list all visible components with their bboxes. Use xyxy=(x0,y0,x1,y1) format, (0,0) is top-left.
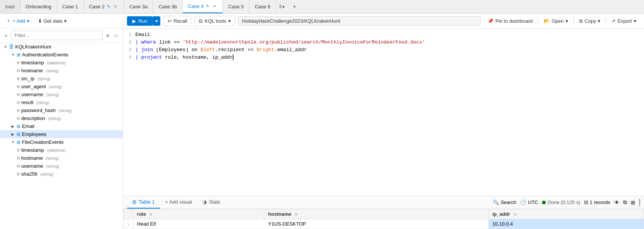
tree-col-fc-timestamp[interactable]: ⊞ timestamp (datetime) xyxy=(0,146,123,154)
tree-col-fc-username[interactable]: ⊞ username (string) xyxy=(0,162,123,170)
line-content-4: | project role, hostname, ip_addr xyxy=(135,55,644,60)
results-tabs-bar: ⊞ Table 1 + Add visual ◑ Stats 🔍 Search xyxy=(123,196,644,209)
tab-case4-close[interactable]: ✕ xyxy=(212,3,217,9)
records-icon: ⊟ xyxy=(584,199,588,205)
add-chevron-icon: ▾ xyxy=(27,18,30,24)
tab-overflow[interactable]: 9 ▾ xyxy=(276,0,288,13)
utc-button[interactable]: 🕐 UTC xyxy=(520,199,538,205)
tab-case3a[interactable]: Case 3a xyxy=(124,0,153,13)
tree-col-description[interactable]: ⊞ description (string) xyxy=(0,114,123,122)
col-fc-timestamp-label: timestamp xyxy=(21,147,44,153)
col-fc-username-type: (string) xyxy=(46,164,59,168)
add-button[interactable]: ＋ + Add ▾ xyxy=(3,16,33,26)
tab-overflow-count: 9 xyxy=(279,4,282,9)
get-data-button[interactable]: ⬇ Get data ▾ xyxy=(35,17,70,25)
sidebar-collapse-button[interactable]: « xyxy=(3,31,9,40)
tab-case4[interactable]: Case 4 ✎ ✕ xyxy=(183,0,223,13)
auth-table-icon: ⊞ xyxy=(17,52,20,58)
result-tab-stats[interactable]: ◑ Stats xyxy=(197,196,226,209)
main-layout: ＋ + Add ▾ ⬇ Get data ▾ « ≡ ☆ ▾ 🗄 KQLKrak… xyxy=(0,14,644,229)
tree-col-src-ip[interactable]: ⊞ src_ip (string) xyxy=(0,75,123,83)
result-tab-stats-label: Stats xyxy=(209,199,220,205)
tab-add-button[interactable]: ＋ xyxy=(288,0,301,13)
tab-load[interactable]: load xyxy=(0,0,20,13)
col-header-ip-addr[interactable]: ip_addr ≡ xyxy=(488,209,644,219)
file-creation-expand-icon: ▾ xyxy=(11,140,15,144)
tree-col-username[interactable]: ⊞ username (string) xyxy=(0,90,123,98)
filter-list-icon[interactable]: ≡ xyxy=(105,31,110,40)
editor-toolbar: ▶ Run ▾ ↩ Recall ⊟ KQL tools ▾ HolidayHa… xyxy=(123,14,644,29)
result-tab-add-visual[interactable]: + Add visual xyxy=(160,196,197,209)
col-header-role[interactable]: role ≡ xyxy=(133,209,264,219)
tree-root[interactable]: ▾ 🗄 KQLKrakenHunt xyxy=(0,43,123,51)
col-icon-fc-hostname: ⊞ xyxy=(17,156,20,160)
col-role-menu-icon[interactable]: ≡ xyxy=(150,212,152,217)
tab-case3b-label: Case 3b xyxy=(158,4,177,9)
col-header-hostname[interactable]: hostname ≡ xyxy=(264,209,489,219)
code-line-1: 1 Email xyxy=(123,32,644,39)
results-eye-button[interactable]: 👁 xyxy=(614,199,619,206)
tab-case2-label: Case 2 xyxy=(89,4,105,9)
col-hostname-menu-icon[interactable]: ≡ xyxy=(295,212,297,217)
tab-case3b[interactable]: Case 3b xyxy=(153,0,182,13)
tree-auth-events[interactable]: ▾ ⊞ AuthenticationEvents xyxy=(0,51,123,59)
run-dropdown-button[interactable]: ▾ xyxy=(153,16,160,26)
get-data-chevron-icon: ▾ xyxy=(64,18,67,24)
run-button[interactable]: ▶ Run xyxy=(127,16,153,26)
col-icon-hostname: ⊞ xyxy=(17,69,20,73)
results-export-button[interactable]: ⊞ xyxy=(631,199,635,206)
auth-label: AuthenticationEvents xyxy=(22,52,68,58)
tab-case5[interactable]: Case 5 xyxy=(223,0,249,13)
col-ip-addr-menu-icon[interactable]: ≡ xyxy=(514,212,516,217)
col-fc-hostname-label: hostname xyxy=(21,155,43,161)
col-user-agent-type: (string) xyxy=(49,84,62,89)
export-button[interactable]: ↗ Export ▾ xyxy=(608,16,640,26)
col-icon-result: ⊞ xyxy=(17,100,20,104)
col-icon-username: ⊞ xyxy=(17,92,20,97)
results-panel: ⊞ Table 1 + Add visual ◑ Stats 🔍 Search xyxy=(123,196,644,229)
tab-case2[interactable]: Case 2 ✎ ✕ xyxy=(84,0,124,13)
pin-to-dashboard-button[interactable]: 📌 Pin to dashboard xyxy=(484,16,536,26)
recall-button[interactable]: ↩ Recall xyxy=(163,16,191,26)
code-editor[interactable]: 1 Email 2 | where link == 'http://madelv… xyxy=(123,29,644,196)
toolbar-right: 📌 Pin to dashboard 📂 Open ▾ ⧉ Copy ▾ xyxy=(484,16,640,26)
tree-col-password-hash[interactable]: ⊞ password_hash (string) xyxy=(0,106,123,114)
search-results-button[interactable]: 🔍 Search xyxy=(493,199,516,205)
records-button[interactable]: ⊟ 1 records xyxy=(584,199,610,205)
tree-employees[interactable]: ▶ ⊞ Employees xyxy=(0,130,123,138)
tree-col-fc-sha256[interactable]: ⊞ sha256 (string) xyxy=(0,170,123,178)
col-hostname-label: hostname xyxy=(268,211,291,217)
tab-case6[interactable]: Case 6 xyxy=(249,0,276,13)
tab-case1[interactable]: Case 1 xyxy=(57,0,84,13)
editor-area: ▶ Run ▾ ↩ Recall ⊟ KQL tools ▾ HolidayHa… xyxy=(123,14,644,229)
tree-col-result[interactable]: ⊞ result (string) xyxy=(0,98,123,106)
col-fc-username-label: username xyxy=(21,163,43,169)
kql-tools-button[interactable]: ⊟ KQL tools ▾ xyxy=(194,16,235,26)
copy-button[interactable]: ⧉ Copy ▾ xyxy=(575,16,604,26)
col-src-ip-label: src_ip xyxy=(21,76,34,81)
kql-tools-label: KQL tools xyxy=(205,18,226,24)
tab-case2-close[interactable]: ✕ xyxy=(113,4,118,9)
row-expand[interactable]: › xyxy=(124,219,133,229)
tree-col-timestamp[interactable]: ⊞ timestamp (datetime) xyxy=(0,59,123,67)
filter-input[interactable] xyxy=(11,31,102,40)
results-copy-button[interactable]: ⧉ xyxy=(623,199,627,206)
plus-icon: ＋ xyxy=(6,17,11,24)
tree-col-fc-hostname[interactable]: ⊞ hostname (string) xyxy=(0,154,123,162)
col-ip-addr-label: ip_addr xyxy=(492,211,510,217)
filter-star-icon[interactable]: ☆ xyxy=(113,31,120,40)
toolbar-divider-1 xyxy=(538,17,538,25)
get-data-label: Get data xyxy=(44,18,63,24)
tree-email[interactable]: ▶ ⊞ Email xyxy=(0,122,123,130)
tree-col-hostname[interactable]: ⊞ hostname (string) xyxy=(0,67,123,75)
tree-file-creation[interactable]: ▾ ⊞ FileCreationEvents xyxy=(0,138,123,146)
cell-role: Head Elf xyxy=(133,219,264,229)
tree-col-user-agent[interactable]: ⊞ user_agent (string) xyxy=(0,83,123,90)
tab-onboarding[interactable]: Onboarding xyxy=(20,0,57,13)
result-tab-table1[interactable]: ⊞ Table 1 xyxy=(127,196,160,209)
export-label: Export xyxy=(617,18,632,24)
open-button[interactable]: 📂 Open ▾ xyxy=(540,16,572,26)
sidebar-tree: ▾ 🗄 KQLKrakenHunt ▾ ⊞ AuthenticationEven… xyxy=(0,43,123,229)
result-tab-table1-label: Table 1 xyxy=(139,199,155,205)
toolbar-divider-3 xyxy=(606,17,606,25)
